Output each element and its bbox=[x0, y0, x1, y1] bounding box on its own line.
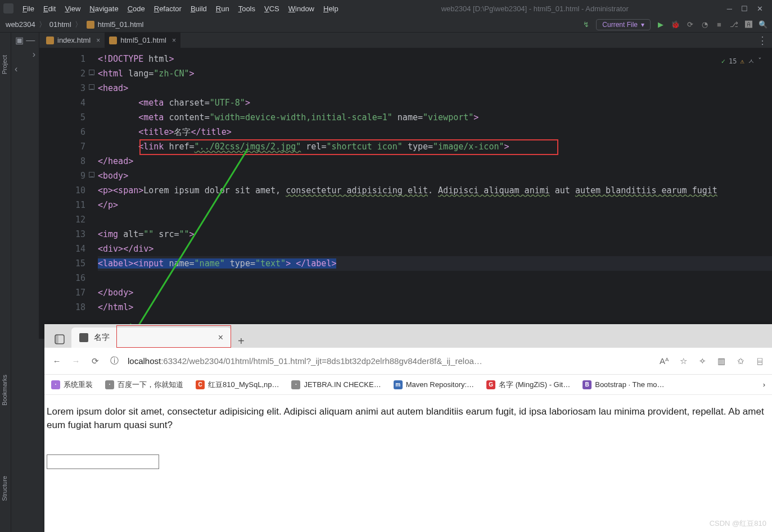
menu-build[interactable]: Build bbox=[186, 3, 211, 14]
code-line-7[interactable]: <link href="../02css/imgs/2.jpg" rel="sh… bbox=[98, 139, 772, 154]
file-icon bbox=[87, 21, 94, 29]
code-line-18[interactable]: </html> bbox=[98, 300, 772, 315]
minimize-icon[interactable]: ─ bbox=[727, 4, 732, 13]
html-file-icon bbox=[109, 37, 117, 44]
page-text-input[interactable] bbox=[47, 454, 159, 469]
close-tab-icon[interactable]: × bbox=[94, 37, 100, 44]
collapse-icon[interactable]: ‹ bbox=[11, 62, 39, 76]
editor: index.html × html5_01.html × ⋮ 123456789… bbox=[39, 33, 772, 339]
code-line-5[interactable]: <meta content="width=device-width,initia… bbox=[98, 110, 772, 125]
code-line-10[interactable]: <p><span>Lorem ipsum dolor sit amet, con… bbox=[98, 183, 772, 198]
nav-bar: web2304 〉 01html 〉 html5_01.html ↯ Curre… bbox=[0, 17, 772, 33]
bookmark-item[interactable]: mMaven Repository:… bbox=[394, 380, 474, 389]
star-icon[interactable]: ☆ bbox=[678, 356, 689, 367]
browser-tab-title: 名字 bbox=[94, 333, 110, 343]
build-hammer-icon[interactable]: ↯ bbox=[581, 20, 590, 29]
code-line-1[interactable]: <!DOCTYPE html> bbox=[98, 52, 772, 66]
url-field[interactable]: localhost:63342/web2304/01html/html5_01.… bbox=[128, 356, 482, 366]
code-line-11[interactable]: </p> bbox=[98, 198, 772, 212]
collections-icon[interactable]: ✩ bbox=[735, 356, 746, 367]
editor-tab-html5[interactable]: html5_01.html × bbox=[105, 33, 180, 48]
code-line-14[interactable]: <div></div> bbox=[98, 242, 772, 256]
translate-icon[interactable]: 🅰 bbox=[744, 20, 753, 29]
bookmarks-tool-tab[interactable]: Bookmarks bbox=[1, 375, 8, 406]
bookmark-item[interactable]: G名字 (MingZiS) - Git… bbox=[486, 380, 570, 390]
extensions-icon[interactable]: ⌸ bbox=[754, 356, 765, 367]
menu-view[interactable]: View bbox=[60, 3, 85, 14]
search-icon[interactable]: 🔍 bbox=[759, 20, 768, 29]
window-title: web2304 [D:\Pg\web2304] - html5_01.html … bbox=[343, 4, 727, 13]
editor-tabs: index.html × html5_01.html × ⋮ bbox=[39, 33, 772, 48]
bookmark-item[interactable]: C红豆810_MySqL,np… bbox=[196, 380, 279, 390]
code-line-3[interactable]: <head> bbox=[98, 81, 772, 96]
bookmarks-overflow-icon[interactable]: › bbox=[763, 380, 765, 389]
favorites-icon[interactable]: ✧ bbox=[697, 356, 708, 367]
menu-navigate[interactable]: Navigate bbox=[85, 3, 123, 14]
code-line-2[interactable]: <html lang="zh-CN"> bbox=[98, 66, 772, 81]
bookmarks-bar: ·系统重装·百度一下，你就知道C红豆810_MySqL,np…·JETBRA.I… bbox=[44, 375, 772, 395]
split-icon[interactable]: ▥ bbox=[716, 356, 727, 367]
project-tool-tab[interactable]: Project bbox=[1, 55, 8, 74]
svg-rect-2 bbox=[55, 335, 58, 344]
title-bar: FileEditViewNavigateCodeRefactorBuildRun… bbox=[0, 0, 772, 17]
structure-tool-tab[interactable]: Structure bbox=[1, 476, 8, 501]
page-paragraph: Lorem ipsum dolor sit amet, consectetur … bbox=[47, 405, 770, 432]
browser-tab[interactable]: 名字 × bbox=[71, 328, 231, 348]
watermark: CSDN @红豆810 bbox=[710, 519, 766, 529]
code-line-8[interactable]: </head> bbox=[98, 154, 772, 169]
forward-icon[interactable]: → bbox=[70, 356, 82, 367]
menu-vcs[interactable]: VCS bbox=[260, 3, 284, 14]
code-line-13[interactable]: <img alt="" src=""> bbox=[98, 227, 772, 242]
new-tab-button[interactable]: + bbox=[231, 335, 251, 348]
tab-menu-icon[interactable]: ⋮ bbox=[757, 34, 772, 47]
browser-window: 名字 × + ← → ⟳ ⓘ localhost:63342/web2304/0… bbox=[44, 324, 772, 532]
bookmark-item[interactable]: BBootstrap · The mo… bbox=[583, 380, 664, 389]
read-aloud-icon[interactable]: Aᴬ bbox=[658, 356, 670, 367]
code-line-12[interactable] bbox=[98, 212, 772, 227]
editor-tab-index[interactable]: index.html × bbox=[42, 33, 105, 48]
code-line-17[interactable]: </body> bbox=[98, 285, 772, 300]
bookmark-item[interactable]: ·百度一下，你就知道 bbox=[105, 380, 183, 390]
expand-icon[interactable]: › bbox=[11, 47, 39, 62]
tab-actions-icon[interactable] bbox=[51, 331, 68, 348]
html-file-icon bbox=[46, 37, 54, 44]
menu-code[interactable]: Code bbox=[123, 3, 150, 14]
close-tab-icon[interactable]: × bbox=[218, 333, 223, 343]
close-tab-icon[interactable]: × bbox=[170, 37, 176, 44]
debug-icon[interactable]: 🐞 bbox=[671, 20, 680, 29]
profile-icon[interactable]: ◔ bbox=[700, 20, 709, 29]
menu-file[interactable]: File bbox=[18, 3, 39, 14]
code-line-15[interactable]: <label><input name="name" type="text"> <… bbox=[98, 256, 772, 271]
bookmark-item[interactable]: ·系统重装 bbox=[51, 380, 93, 390]
breadcrumb-root[interactable]: web2304 bbox=[4, 20, 37, 29]
code-line-16[interactable] bbox=[98, 271, 772, 285]
git-icon[interactable]: ⎇ bbox=[729, 20, 738, 29]
bookmark-item[interactable]: ·JETBRA.IN CHECKE… bbox=[291, 380, 381, 389]
code-line-6[interactable]: <title>名字</title> bbox=[98, 125, 772, 139]
breadcrumb-file[interactable]: html5_01.html bbox=[97, 20, 145, 29]
run-icon[interactable]: ▶ bbox=[656, 20, 665, 29]
inspection-widget[interactable]: ✓ 15 ⚠ ㅅˇ bbox=[721, 54, 762, 69]
code-line-9[interactable]: <body> bbox=[98, 169, 772, 183]
menu-refactor[interactable]: Refactor bbox=[150, 3, 186, 14]
left-rail-lower: Bookmarks Structure bbox=[0, 324, 11, 532]
project-tool-window: ▣ — › ‹ bbox=[11, 33, 39, 339]
reload-icon[interactable]: ⟳ bbox=[89, 356, 101, 367]
breadcrumb-folder[interactable]: 01html bbox=[48, 20, 73, 29]
coverage-icon[interactable]: ⟳ bbox=[685, 20, 694, 29]
run-config-dropdown[interactable]: Current File▾ bbox=[596, 19, 651, 30]
site-info-icon[interactable]: ⓘ bbox=[109, 356, 120, 367]
menu-tools[interactable]: Tools bbox=[234, 3, 260, 14]
menu-window[interactable]: Window bbox=[284, 3, 319, 14]
maximize-icon[interactable]: ☐ bbox=[741, 4, 748, 13]
menu-edit[interactable]: Edit bbox=[39, 3, 60, 14]
project-header[interactable]: ▣ — bbox=[11, 33, 39, 47]
back-icon[interactable]: ← bbox=[51, 356, 62, 367]
menu-help[interactable]: Help bbox=[319, 3, 343, 14]
stop-icon[interactable]: ■ bbox=[715, 20, 724, 29]
main-area: Project ▣ — › ‹ index.html × html5_01.ht… bbox=[0, 33, 772, 339]
code-area[interactable]: 123456789101112131415161718 <!DOCTYPE ht… bbox=[39, 48, 772, 339]
close-icon[interactable]: ✕ bbox=[757, 4, 763, 13]
code-line-4[interactable]: <meta charset="UTF-8"> bbox=[98, 96, 772, 110]
menu-run[interactable]: Run bbox=[211, 3, 234, 14]
